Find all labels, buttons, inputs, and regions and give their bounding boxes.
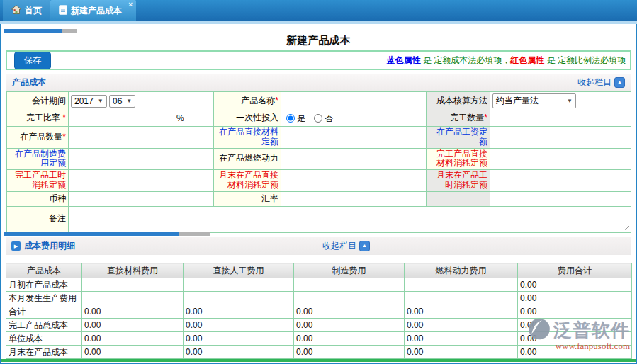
completed-qty-field — [490, 110, 631, 127]
cell[interactable] — [82, 278, 184, 292]
product-name-label: 产品名称* — [214, 92, 281, 110]
wip-mfg-cost-quota-input[interactable] — [71, 154, 204, 164]
one-time-yes-radio[interactable] — [286, 114, 295, 123]
wip-wage-quota-input[interactable] — [492, 132, 621, 142]
wip-fuel-power-input[interactable] — [283, 154, 417, 164]
cost-detail-table: 产品成本 直接材料费用 直接人工费用 制造费用 燃料动力费用 费用合计 月初在产… — [6, 263, 632, 359]
completed-qty-input[interactable] — [492, 113, 621, 123]
remark-label: 备注 — [7, 206, 69, 232]
one-time-yes-option[interactable]: 是 — [286, 113, 305, 125]
document-icon — [59, 5, 67, 17]
cell: 0.00 — [405, 332, 518, 346]
cell: 0.00 — [184, 332, 294, 346]
cell: 0.00 — [82, 332, 184, 346]
one-time-input-field: 是 否 — [281, 110, 427, 127]
tab-new-product-cost-label: 新建产品成本 — [71, 5, 122, 17]
one-time-no-radio[interactable] — [314, 114, 322, 123]
page-title: 新建产品成本 — [1, 34, 636, 47]
completed-direct-material-quota-input[interactable] — [492, 154, 621, 164]
remark-textarea[interactable] — [71, 207, 626, 229]
cell[interactable] — [294, 292, 405, 305]
wip-qty-input[interactable] — [71, 132, 204, 142]
cell[interactable] — [405, 292, 518, 305]
monthend-wip-workhour-quota-field — [490, 170, 631, 192]
progress-bar-middle — [4, 232, 210, 236]
completion-ratio-label: 完工比率 * — [7, 110, 69, 127]
cell: 0.00 — [518, 346, 632, 359]
percent-suffix: % — [176, 113, 184, 123]
product-cost-section-header: 产品成本 收起栏目 ▲ — [6, 74, 631, 91]
monthend-wip-workhour-quota-input[interactable] — [492, 176, 621, 186]
tab-bar: 首页 新建产品成本 × — [0, 0, 637, 21]
exchange-rate-field — [281, 191, 427, 206]
exchange-rate-input[interactable] — [283, 194, 417, 204]
cell[interactable] — [184, 278, 294, 292]
completed-workhour-quota-input[interactable] — [71, 176, 204, 186]
wip-fuel-power-label: 在产品燃烧动力 — [214, 148, 281, 170]
monthend-wip-direct-material-quota-input[interactable] — [283, 176, 417, 186]
wip-qty-field — [69, 127, 214, 149]
col-header: 燃料动力费用 — [405, 263, 518, 278]
completion-ratio-input[interactable] — [71, 113, 174, 123]
wip-mfg-cost-quota-field — [69, 148, 214, 170]
one-time-no-option[interactable]: 否 — [314, 113, 333, 125]
cost-method-field: 约当产量法▼ — [490, 92, 631, 110]
cell: 0.00 — [82, 346, 184, 359]
cell: 0.00 — [294, 319, 405, 332]
month-select[interactable]: 06▼ — [109, 95, 135, 108]
product-name-input[interactable] — [283, 96, 417, 106]
row-label: 本月发生生产费用 — [6, 292, 82, 305]
progress-bar-top — [4, 29, 77, 33]
one-time-input-label: 一次性投入 — [214, 110, 281, 127]
product-cost-form: 会计期间 2017▼ 06▼ 产品名称* 成本核算方法 约当产量法▼ 完工比率 … — [6, 91, 631, 232]
cost-detail-section-header: ▶ 成本费用明细 收起栏目 ▲ — [6, 237, 631, 255]
bottom-green-divider — [1, 359, 636, 362]
cost-method-select[interactable]: 约当产量法▼ — [492, 93, 576, 108]
completed-workhour-quota-field — [69, 170, 214, 192]
cell: 0.00 — [518, 292, 632, 305]
row-label: 单位成本 — [6, 332, 82, 346]
wip-wage-quota-field — [490, 127, 631, 149]
tab-new-product-cost[interactable]: 新建产品成本 × — [50, 0, 136, 21]
cell: 0.00 — [518, 278, 632, 292]
tab-home[interactable]: 首页 — [3, 0, 50, 21]
wip-direct-material-quota-input[interactable] — [283, 132, 417, 142]
collapse-icon[interactable]: ▲ — [359, 241, 370, 251]
cell: 0.00 — [294, 346, 405, 359]
col-header: 直接材料费用 — [82, 263, 184, 278]
cell[interactable] — [82, 292, 184, 305]
table-header-row: 产品成本 直接材料费用 直接人工费用 制造费用 燃料动力费用 费用合计 — [6, 263, 632, 278]
empty-label-cell — [427, 191, 490, 206]
cell: 0.00 — [184, 346, 294, 359]
cell: 0.00 — [518, 319, 632, 332]
collapse-columns-button[interactable]: 收起栏目 ▲ — [322, 240, 370, 252]
cell[interactable] — [294, 278, 405, 292]
exchange-rate-label: 汇率 — [214, 191, 281, 206]
completed-direct-material-quota-field — [490, 148, 631, 170]
save-button[interactable]: 保存 — [14, 52, 51, 69]
cell: 0.00 — [184, 305, 294, 319]
tab-close-icon[interactable]: × — [128, 1, 133, 8]
year-select[interactable]: 2017▼ — [71, 95, 107, 108]
required-fields-note: 蓝色属性 是 定额成本法必填项，红色属性 是 定额比例法必填项 — [387, 55, 626, 67]
wip-direct-material-quota-label: 在产品直接材料定额 — [214, 127, 281, 149]
completion-ratio-field: % — [69, 110, 214, 127]
cell: 0.00 — [518, 305, 632, 319]
empty-field-cell — [490, 191, 631, 206]
completed-qty-label: 完工数量* — [427, 110, 490, 127]
section-title: 成本费用明细 — [24, 240, 75, 252]
cell[interactable] — [405, 278, 518, 292]
table-row: 完工产品总成本 0.00 0.00 0.00 0.00 0.00 — [6, 319, 632, 332]
home-icon — [11, 5, 21, 16]
col-header: 直接人工费用 — [184, 263, 294, 278]
row-label: 月末在产品成本 — [6, 346, 82, 359]
wip-direct-material-quota-field — [281, 127, 427, 149]
collapse-icon[interactable]: ▲ — [614, 77, 625, 88]
cell: 0.00 — [294, 332, 405, 346]
currency-input[interactable] — [71, 194, 204, 204]
col-header: 制造费用 — [294, 263, 405, 278]
cell: 0.00 — [518, 332, 632, 346]
table-row: 合计 0.00 0.00 0.00 0.00 0.00 — [6, 305, 632, 319]
cell[interactable] — [184, 292, 294, 305]
collapse-columns-button[interactable]: 收起栏目 ▲ — [577, 76, 625, 89]
